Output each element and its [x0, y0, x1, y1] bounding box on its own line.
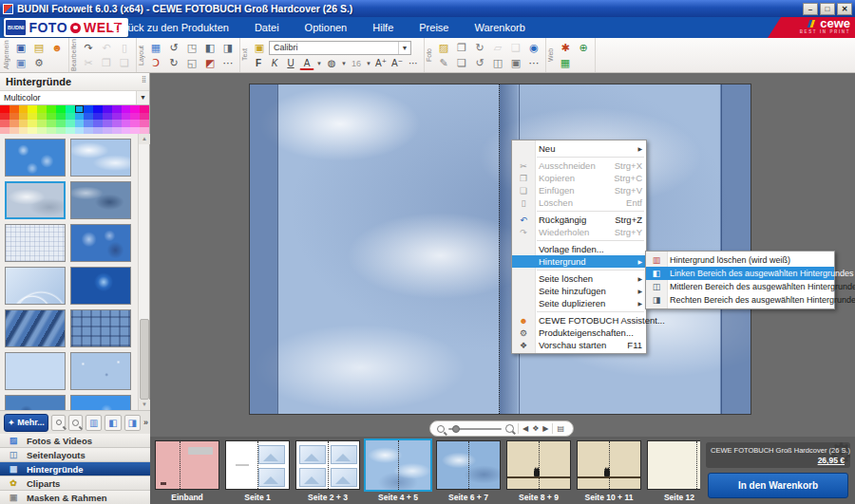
- palette-color[interactable]: [130, 127, 140, 135]
- palette-color[interactable]: [56, 120, 66, 127]
- palette-color[interactable]: [19, 120, 28, 127]
- palette-color[interactable]: [37, 105, 47, 113]
- palette-color[interactable]: [112, 127, 122, 135]
- view-right-page-button[interactable]: ◨: [124, 415, 141, 431]
- cut-icon[interactable]: ✂: [80, 55, 97, 70]
- photo-link-icon[interactable]: ❐: [453, 40, 470, 55]
- layout-more-icon[interactable]: ⋯: [219, 55, 237, 70]
- page-view-icon[interactable]: ▤: [557, 425, 564, 433]
- palette-color[interactable]: [84, 105, 93, 113]
- copy-icon[interactable]: ❐: [98, 55, 115, 70]
- thumbnails-smaller-button[interactable]: [51, 415, 66, 431]
- lower-object-icon[interactable]: ◱: [183, 55, 200, 70]
- background-thumbnail-blue-grunge[interactable]: [70, 224, 131, 262]
- maximize-button[interactable]: □: [820, 3, 835, 15]
- palette-color[interactable]: [37, 127, 47, 135]
- palette-color[interactable]: [56, 105, 66, 113]
- palette-color[interactable]: [0, 113, 10, 121]
- palette-color[interactable]: [84, 120, 93, 127]
- font-size-value[interactable]: 16: [349, 56, 364, 70]
- palette-color[interactable]: [122, 120, 131, 127]
- more-backgrounds-button[interactable]: ✦ Mehr...: [4, 414, 48, 432]
- context-menu-item-neu[interactable]: Neu▶: [512, 142, 646, 155]
- photo-rotate-ccw-icon[interactable]: ↺: [471, 55, 488, 70]
- view-left-page-button[interactable]: ◧: [104, 415, 121, 431]
- palette-color[interactable]: [112, 120, 122, 127]
- sidebar-scrollbar[interactable]: ▲ ▼: [138, 134, 149, 410]
- page-thumbnail-seite-8-9[interactable]: [506, 440, 571, 490]
- context-menu-item-cewe-fotobuch-assistent[interactable]: ☻CEWE FOTOBUCH Assistent...: [512, 314, 646, 327]
- palette-color-selected[interactable]: [75, 105, 85, 113]
- background-thumbnail-plain-light[interactable]: [5, 352, 66, 390]
- background-thumbnail-light-clouds[interactable]: [70, 139, 131, 177]
- thumbnails-larger-button[interactable]: [68, 415, 83, 431]
- photo-more-icon[interactable]: ⋯: [525, 55, 542, 70]
- add-photo-icon[interactable]: ▨: [435, 40, 452, 55]
- save-as-icon[interactable]: ▣: [12, 55, 29, 70]
- submenu-item-linken-bereich-des-ausgewählten-hintergr[interactable]: ◧Linken Bereich des ausgewählten Hinterg…: [646, 267, 834, 280]
- background-thumbnail-water-ripples[interactable]: [5, 139, 66, 177]
- palette-color[interactable]: [112, 105, 122, 113]
- arrange-icon[interactable]: ◧: [201, 40, 218, 55]
- context-menu-item-produkteigenschaften[interactable]: ⚙Produkteigenschaften...: [512, 327, 646, 339]
- scroll-up-icon[interactable]: ▲: [139, 134, 150, 144]
- palette-color[interactable]: [10, 113, 19, 121]
- add-to-cart-button[interactable]: In den Warenkorb: [708, 473, 848, 498]
- sidebar-tab-hintergründe[interactable]: ▦Hintergründe: [0, 462, 150, 476]
- context-menu-item-wiederholen[interactable]: ↷WiederholenStrg+Y: [512, 226, 646, 238]
- close-button[interactable]: ✕: [837, 3, 852, 15]
- settings-gear-icon[interactable]: ⚙: [30, 55, 48, 70]
- panel-grip-icon[interactable]: ⁞⁞: [142, 75, 145, 84]
- zoom-slider[interactable]: [448, 428, 502, 430]
- palette-color[interactable]: [93, 105, 103, 113]
- font-select[interactable]: Calibri▼: [269, 41, 411, 55]
- palette-color[interactable]: [140, 113, 149, 121]
- palette-color[interactable]: [66, 120, 75, 127]
- sidebar-tab-fotos-videos[interactable]: ▨Fotos & Videos: [0, 434, 150, 448]
- background-thumbnail-soft-swirls[interactable]: [5, 267, 66, 305]
- save-icon[interactable]: ▣: [12, 40, 29, 55]
- background-thumbnail-water-drop[interactable]: [70, 267, 131, 305]
- zoom-in-icon[interactable]: [505, 424, 514, 433]
- group-icon[interactable]: ◨: [219, 40, 237, 55]
- context-menu-item-seite-löschen[interactable]: Seite löschen▶: [512, 272, 646, 285]
- delete-icon[interactable]: ▯: [116, 40, 133, 55]
- background-thumbnail-grid-paper[interactable]: [5, 224, 66, 262]
- assistant-icon[interactable]: ☻: [48, 40, 66, 55]
- palette-color[interactable]: [103, 105, 112, 113]
- palette-color[interactable]: [140, 127, 149, 135]
- context-menu-item-vorschau-starten[interactable]: ❖Vorschau startenF11: [512, 339, 646, 351]
- palette-color[interactable]: [10, 105, 19, 113]
- context-menu-item-einfügen[interactable]: ❏EinfügenStrg+V: [512, 184, 646, 196]
- font-larger-button[interactable]: A⁺: [373, 56, 389, 70]
- magnet-icon[interactable]: Ↄ: [147, 55, 164, 70]
- fill-color-button[interactable]: ◍: [324, 56, 339, 70]
- context-menu-item-vorlage-finden[interactable]: Vorlage finden...: [512, 243, 646, 255]
- palette-color[interactable]: [122, 105, 131, 113]
- sidebar-tab-seitenlayouts[interactable]: ◫Seitenlayouts: [0, 448, 150, 462]
- page-thumbnail-einband[interactable]: [155, 440, 219, 490]
- zoom-out-icon[interactable]: [437, 425, 445, 433]
- scrollbar-thumb[interactable]: [140, 319, 149, 400]
- palette-color[interactable]: [37, 113, 47, 121]
- palette-color[interactable]: [130, 113, 140, 121]
- palette-color[interactable]: [140, 120, 149, 127]
- background-thumbnail-azure-texture[interactable]: [70, 395, 131, 410]
- palette-color[interactable]: [10, 127, 19, 135]
- scale-icon[interactable]: ❑: [507, 40, 524, 55]
- menu-optionen[interactable]: Optionen: [305, 22, 348, 33]
- palette-color[interactable]: [84, 127, 93, 135]
- palette-color[interactable]: [56, 113, 66, 121]
- palette-color[interactable]: [122, 127, 131, 135]
- category-dropdown[interactable]: Multicolor ▼: [0, 91, 149, 105]
- palette-color[interactable]: [75, 127, 85, 135]
- previous-page-icon[interactable]: ◀: [522, 425, 528, 433]
- sidebar-tab-masken-rahmen[interactable]: ▣Masken & Rahmen: [0, 491, 150, 504]
- palette-color[interactable]: [84, 113, 93, 121]
- palette-color[interactable]: [47, 127, 56, 135]
- bold-button[interactable]: F: [251, 56, 266, 70]
- palette-color[interactable]: [103, 120, 112, 127]
- palette-color[interactable]: [28, 127, 37, 135]
- palette-color[interactable]: [0, 120, 10, 127]
- background-thumbnail-mottled-blue[interactable]: [5, 395, 66, 410]
